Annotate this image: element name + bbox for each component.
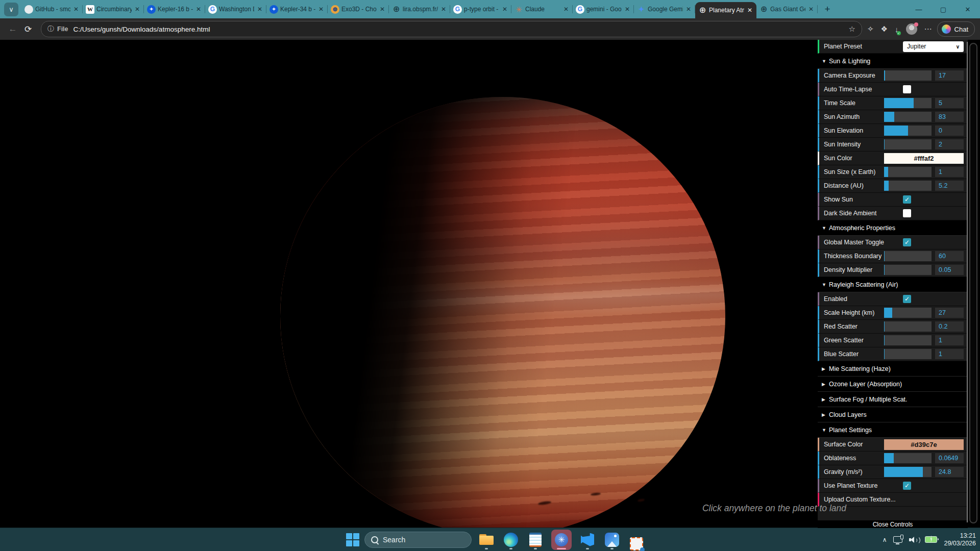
slider[interactable] bbox=[884, 70, 932, 81]
close-controls-button[interactable]: Close Controls bbox=[818, 520, 968, 528]
checkbox[interactable] bbox=[903, 85, 911, 93]
number-value-field[interactable]: 1 bbox=[935, 335, 964, 345]
checkbox[interactable]: ✓ bbox=[903, 482, 911, 490]
refresh-button[interactable]: ⟳ bbox=[20, 21, 36, 37]
tab-close-icon[interactable]: ✕ bbox=[624, 6, 631, 13]
number-value-field[interactable]: 0 bbox=[935, 126, 964, 136]
taskbar-search[interactable]: Search bbox=[364, 532, 472, 548]
snip-window-button[interactable] bbox=[627, 530, 646, 549]
slider[interactable] bbox=[884, 181, 932, 191]
checkbox[interactable]: ✓ bbox=[903, 295, 911, 303]
slider[interactable] bbox=[884, 139, 932, 149]
slider[interactable] bbox=[884, 467, 932, 477]
number-value-field[interactable]: 0.05 bbox=[935, 265, 964, 275]
taskbar-clock[interactable]: 13:21 29/03/2026 bbox=[944, 532, 976, 547]
color-swatch[interactable]: #d39c7e bbox=[884, 439, 964, 450]
checkbox[interactable]: ✓ bbox=[903, 238, 911, 246]
maximize-button[interactable]: ▢ bbox=[931, 0, 955, 18]
browser-tab[interactable]: ⊕Planetary Atm✕ bbox=[695, 2, 756, 18]
slider[interactable] bbox=[884, 112, 932, 122]
folder-header[interactable]: ▶Cloud Layers bbox=[818, 407, 968, 422]
vscode-button[interactable] bbox=[578, 530, 597, 549]
tab-search-button[interactable]: ∨ bbox=[4, 3, 18, 16]
network-icon[interactable] bbox=[893, 536, 902, 543]
tab-close-icon[interactable]: ✕ bbox=[256, 6, 263, 13]
tab-close-icon[interactable]: ✕ bbox=[501, 6, 508, 13]
panel-scrollbar-track[interactable] bbox=[969, 43, 977, 523]
new-tab-button[interactable]: + bbox=[820, 2, 835, 17]
checkbox[interactable] bbox=[903, 209, 911, 217]
address-url[interactable]: C:/Users/gunsh/Downloads/atmosphere.html bbox=[74, 26, 849, 33]
number-value-field[interactable]: 24.8 bbox=[935, 467, 964, 477]
tab-close-icon[interactable]: ✕ bbox=[72, 6, 80, 13]
tab-close-icon[interactable]: ✕ bbox=[807, 6, 815, 13]
slider[interactable] bbox=[884, 98, 932, 108]
browser-tab[interactable]: Gp-type orbit -✕ bbox=[450, 0, 511, 18]
downloads-icon[interactable]: ↓✓ bbox=[895, 25, 899, 34]
slider[interactable] bbox=[884, 265, 932, 275]
folder-header[interactable]: ▶Ozone Layer (Absorption) bbox=[818, 377, 968, 392]
slider[interactable] bbox=[884, 308, 932, 318]
folder-header[interactable]: ▶Mie Scattering (Haze) bbox=[818, 361, 968, 377]
number-value-field[interactable]: 5 bbox=[935, 98, 964, 108]
browser-tab[interactable]: Ggemini - Goo✕ bbox=[573, 0, 634, 18]
address-bar[interactable]: ⓘ File C:/Users/gunsh/Downloads/atmosphe… bbox=[41, 21, 862, 37]
start-button[interactable] bbox=[346, 533, 359, 546]
battery-icon[interactable] bbox=[925, 536, 937, 543]
slider[interactable] bbox=[884, 453, 932, 463]
number-value-field[interactable]: 1 bbox=[935, 167, 964, 177]
tab-close-icon[interactable]: ✕ bbox=[746, 7, 753, 14]
volume-icon[interactable] bbox=[909, 536, 918, 543]
copilot-chat-button[interactable]: Chat bbox=[937, 21, 975, 37]
browser-tab[interactable]: GWashington D✕ bbox=[205, 0, 266, 18]
browser-tab[interactable]: ✳Claude✕ bbox=[511, 0, 573, 18]
planet-app-button[interactable]: ✳ bbox=[550, 530, 573, 549]
browser-tab[interactable]: ✦Kepler-16 b -✕ bbox=[144, 0, 205, 18]
favorite-star-icon[interactable]: ☆ bbox=[849, 24, 855, 34]
number-value-field[interactable]: 5.2 bbox=[935, 181, 964, 191]
file-explorer-button[interactable] bbox=[477, 530, 496, 549]
browser-tab[interactable]: ⊕lira.obspm.fr/✕ bbox=[389, 0, 450, 18]
number-value-field[interactable]: 27 bbox=[935, 308, 964, 318]
collections-icon[interactable]: ❖ bbox=[881, 24, 888, 34]
number-value-field[interactable]: 17 bbox=[935, 70, 964, 81]
browser-tab[interactable]: ◍Exo3D - Choc✕ bbox=[328, 0, 389, 18]
slider[interactable] bbox=[884, 321, 932, 332]
edge-button[interactable] bbox=[501, 530, 521, 549]
number-value-field[interactable]: 0.2 bbox=[935, 321, 964, 332]
folder-header[interactable]: ▶Surface Fog / Multiple Scat. bbox=[818, 392, 968, 407]
close-button[interactable]: ✕ bbox=[955, 0, 980, 18]
page-info-icon[interactable]: ⓘ bbox=[47, 24, 54, 34]
hidden-icons-chevron[interactable]: ∧ bbox=[883, 536, 887, 543]
preset-select[interactable]: Jupiter∨ bbox=[903, 41, 964, 52]
color-swatch[interactable]: #fffaf2 bbox=[884, 153, 964, 164]
browser-tab[interactable]: GitHub - smo✕ bbox=[21, 0, 83, 18]
browser-essentials-icon[interactable]: ✧ bbox=[867, 24, 874, 34]
tab-close-icon[interactable]: ✕ bbox=[195, 6, 202, 13]
photos-button[interactable] bbox=[602, 530, 622, 549]
profile-avatar[interactable] bbox=[906, 23, 917, 35]
browser-tab[interactable]: ✦Kepler-34 b -✕ bbox=[266, 0, 328, 18]
tab-close-icon[interactable]: ✕ bbox=[317, 6, 325, 13]
slider[interactable] bbox=[884, 126, 932, 136]
slider[interactable] bbox=[884, 251, 932, 261]
folder-header[interactable]: ▼Rayleigh Scattering (Air) bbox=[818, 277, 968, 292]
tab-close-icon[interactable]: ✕ bbox=[379, 6, 386, 13]
slider[interactable] bbox=[884, 349, 932, 359]
notepad-button[interactable] bbox=[526, 530, 545, 549]
number-value-field[interactable]: 60 bbox=[935, 251, 964, 261]
number-value-field[interactable]: 83 bbox=[935, 112, 964, 122]
folder-header[interactable]: ▼Sun & Lighting bbox=[818, 54, 968, 69]
slider[interactable] bbox=[884, 167, 932, 177]
back-button[interactable]: ← bbox=[5, 21, 20, 37]
browser-tab[interactable]: ⊕Gas Giant Ge✕ bbox=[756, 0, 818, 18]
folder-header[interactable]: ▼Atmospheric Properties bbox=[818, 220, 968, 236]
checkbox[interactable]: ✓ bbox=[903, 195, 911, 204]
panel-scrollbar-thumb[interactable] bbox=[967, 42, 968, 522]
browser-tab[interactable]: ✦Google Gemi✕ bbox=[634, 0, 695, 18]
folder-header[interactable]: ▼Planet Settings bbox=[818, 422, 968, 438]
tab-close-icon[interactable]: ✕ bbox=[134, 6, 141, 13]
browser-tab[interactable]: WCircumbinary✕ bbox=[83, 0, 144, 18]
gas-giant-planet[interactable] bbox=[280, 97, 725, 528]
tab-close-icon[interactable]: ✕ bbox=[562, 6, 570, 13]
